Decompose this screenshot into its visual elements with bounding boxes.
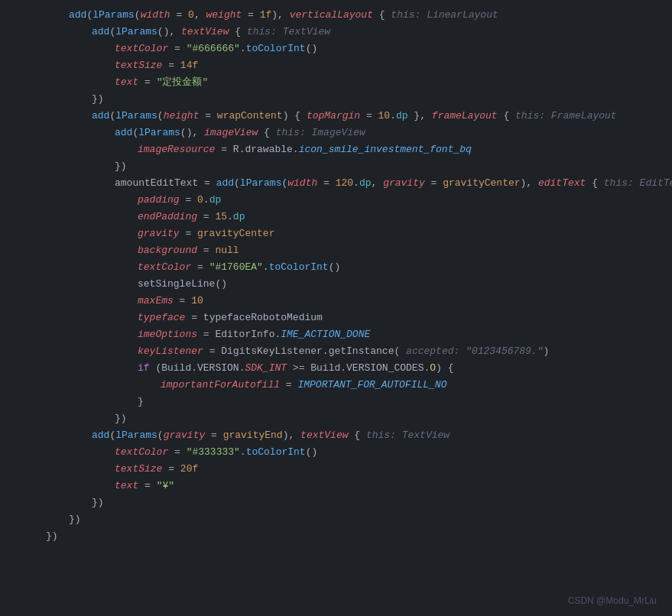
token-num: 0 bbox=[197, 194, 203, 206]
token-num: 10 bbox=[378, 110, 391, 122]
token-param: height bbox=[164, 110, 200, 122]
token-plain: ) { bbox=[283, 110, 307, 122]
token-plain: ), bbox=[521, 177, 538, 189]
token-prop: textColor bbox=[115, 43, 168, 54]
token-plain: = bbox=[280, 379, 297, 391]
token-param: textView bbox=[181, 26, 229, 37]
code-line: endPadding = 15.dp bbox=[0, 209, 672, 226]
token-fn: add bbox=[92, 110, 109, 122]
token-comment: this: LinearLayout bbox=[391, 9, 498, 21]
token-plain: ( bbox=[157, 110, 164, 122]
line-content: } bbox=[138, 394, 657, 411]
token-plain: () bbox=[329, 261, 341, 273]
token-fn: toColorInt bbox=[269, 261, 329, 273]
line-content: typeface = typefaceRobotoMedium bbox=[138, 310, 657, 327]
token-cls: O bbox=[430, 362, 436, 374]
token-plain: = bbox=[242, 9, 259, 21]
token-method: IMPORTANT_FOR_AUTOFILL_NO bbox=[297, 379, 446, 391]
token-plain: . bbox=[240, 446, 246, 458]
token-num: 15 bbox=[215, 211, 227, 222]
code-line: }) bbox=[0, 411, 672, 428]
token-cn: gravityEnd bbox=[223, 430, 283, 441]
code-line: add(lParams(), imageView { this: ImageVi… bbox=[0, 125, 672, 142]
token-prop: SDK_INT bbox=[245, 362, 287, 374]
token-cn: gravityCenter bbox=[197, 228, 274, 239]
token-plain: } bbox=[138, 396, 144, 407]
token-plain: }) bbox=[92, 93, 104, 105]
line-content: }) bbox=[46, 529, 657, 546]
token-param: gravity bbox=[164, 430, 206, 441]
token-prop: text bbox=[115, 76, 138, 88]
token-plain: }) bbox=[46, 530, 58, 542]
token-plain: = bbox=[168, 43, 186, 54]
token-param: frameLayout bbox=[432, 110, 498, 122]
token-acc: dp bbox=[359, 177, 372, 189]
code-line: }) bbox=[0, 159, 672, 176]
token-plain: . bbox=[263, 261, 269, 273]
token-plain: (Build.VERSION. bbox=[150, 362, 245, 374]
line-content: add(lParams(gravity = gravityEnd), textV… bbox=[92, 428, 657, 445]
token-plain: >= Build.VERSION_CODES. bbox=[287, 362, 430, 374]
line-content: text = "定投金额" bbox=[115, 75, 657, 92]
token-plain: = bbox=[180, 228, 197, 239]
token-prop: imeOptions bbox=[138, 329, 197, 340]
code-line: padding = 0.dp bbox=[0, 193, 672, 209]
token-prop: background bbox=[138, 245, 197, 256]
code-line: textColor = "#666666".toColorInt() bbox=[0, 41, 672, 58]
token-fn: lParams bbox=[138, 127, 180, 138]
code-editor: add(lParams(width = 0, weight = 1f), ver… bbox=[0, 0, 672, 553]
token-comment: this: TextView bbox=[247, 26, 330, 37]
token-prop: gravity bbox=[138, 228, 180, 239]
token-prop: textColor bbox=[115, 446, 168, 458]
token-num: 14f bbox=[180, 60, 198, 71]
line-content: if (Build.VERSION.SDK_INT >= Build.VERSI… bbox=[138, 361, 657, 378]
token-param: weight bbox=[206, 9, 242, 21]
line-content: keyListener = DigitsKeyListener.getInsta… bbox=[138, 344, 657, 361]
token-str: "#1760EA" bbox=[209, 261, 263, 273]
code-line: background = null bbox=[0, 243, 672, 260]
token-plain: = bbox=[197, 211, 215, 222]
token-plain: () bbox=[306, 43, 318, 54]
token-plain: , bbox=[194, 9, 206, 21]
token-param: editText bbox=[538, 177, 586, 189]
token-fn: toColorInt bbox=[246, 446, 306, 458]
line-content: }) bbox=[92, 495, 657, 512]
token-prop: padding bbox=[138, 194, 180, 206]
line-content: background = null bbox=[138, 243, 657, 260]
code-line: text = "定投金额" bbox=[0, 75, 672, 92]
token-param: width bbox=[287, 177, 317, 189]
token-comment: this: FrameLayout bbox=[515, 110, 617, 122]
token-plain: = DigitsKeyListener.getInstance( bbox=[203, 345, 406, 357]
token-plain: = bbox=[360, 110, 378, 122]
token-acc: dp bbox=[209, 194, 222, 206]
code-line: textColor = "#1760EA".toColorInt() bbox=[0, 260, 672, 277]
code-line: }) bbox=[0, 495, 672, 512]
token-cn: gravityCenter bbox=[443, 177, 520, 189]
token-plain: { bbox=[229, 26, 246, 37]
line-content: amountEditText = add(lParams(width = 120… bbox=[115, 176, 672, 193]
token-plain: }) bbox=[115, 160, 127, 172]
token-plain: () bbox=[306, 446, 318, 458]
token-fn: lParams bbox=[115, 110, 157, 122]
code-line: add(lParams(width = 0, weight = 1f), ver… bbox=[0, 8, 672, 24]
line-content: }) bbox=[115, 411, 657, 428]
token-kw: if bbox=[138, 362, 150, 374]
code-line: amountEditText = add(lParams(width = 120… bbox=[0, 176, 672, 193]
code-line: textSize = 20f bbox=[0, 462, 672, 478]
token-plain: = bbox=[174, 295, 191, 306]
line-content: maxEms = 10 bbox=[138, 293, 657, 310]
token-plain: setSingleLine() bbox=[138, 278, 227, 290]
token-plain: = bbox=[180, 194, 197, 206]
token-cn: wrapContent bbox=[217, 110, 283, 122]
token-plain: . bbox=[390, 110, 396, 122]
token-param: imageView bbox=[204, 127, 258, 138]
code-line: importantForAutofill = IMPORTANT_FOR_AUT… bbox=[0, 378, 672, 394]
line-content: imageResource = R.drawable.icon_smile_in… bbox=[138, 142, 657, 159]
token-plain: { bbox=[498, 110, 515, 122]
token-plain: = R.drawable. bbox=[215, 144, 298, 155]
token-plain: amountEditText = bbox=[115, 177, 216, 189]
token-fn: toColorInt bbox=[246, 43, 306, 54]
token-fn: lParams bbox=[93, 9, 135, 21]
line-content: textColor = "#333333".toColorInt() bbox=[115, 445, 657, 462]
token-plain: { bbox=[349, 430, 366, 441]
